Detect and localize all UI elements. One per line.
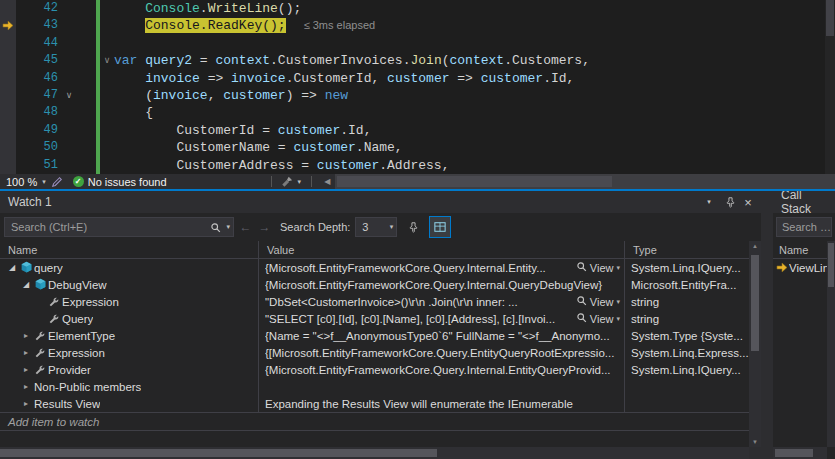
watch-vertical-scrollbar[interactable]: ▲ ▼ [749, 241, 761, 447]
call-stack-horizontal-scrollbar[interactable] [773, 447, 827, 459]
watch-row[interactable]: ▸ElementType{Name = "<>f__AnonymousType0… [0, 327, 761, 344]
scroll-down-arrow-icon[interactable]: ▼ [749, 439, 761, 445]
watch-row[interactable]: Query"SELECT [c0].[Id], [c0].[Name], [c0… [0, 310, 761, 327]
editor-horizontal-scrollbar[interactable] [335, 174, 835, 189]
watch-value-cell: Expanding the Results View will enumerat… [258, 395, 624, 412]
row-expander-icon[interactable]: ▸ [20, 382, 32, 391]
outline-chevron-icon[interactable]: ∨ [100, 52, 114, 69]
format-grid-button[interactable] [429, 216, 451, 238]
zoom-caret-down-icon[interactable]: ▾ [39, 178, 49, 186]
watch-row[interactable]: ▸Provider{Microsoft.EntityFrameworkCore.… [0, 361, 761, 378]
breakpoint-margin[interactable] [0, 122, 16, 139]
code-text[interactable]: CustomerName = customer.Name, [114, 139, 835, 156]
watch-row[interactable]: ◢query{Microsoft.EntityFrameworkCore.Que… [0, 259, 761, 276]
breakpoint-margin[interactable] [0, 104, 16, 121]
breakpoint-margin[interactable] [0, 87, 16, 104]
pin-to-source-button[interactable] [402, 216, 424, 238]
view-link-label: View [590, 296, 614, 308]
code-text[interactable] [114, 35, 835, 52]
zoom-level[interactable]: 100 % [0, 176, 39, 188]
call-stack-vertical-scrollbar[interactable] [827, 241, 835, 447]
call-stack-column-header[interactable]: Name [773, 241, 835, 259]
view-link[interactable]: View▾ [576, 295, 620, 308]
pin-icon[interactable] [721, 193, 739, 211]
code-text[interactable]: Console.WriteLine(); [114, 0, 835, 17]
editor-scrollbar-thumb[interactable] [826, 0, 834, 36]
code-text[interactable]: CustomerId = customer.Id, [114, 122, 835, 139]
watch-horizontal-scrollbar[interactable] [0, 447, 749, 459]
window-position-caret-icon[interactable]: ▾ [697, 193, 721, 211]
code-token: . [200, 1, 208, 16]
code-text[interactable]: Console.ReadKey();≤ 3ms elapsed [114, 17, 835, 34]
view-link[interactable]: View▾ [576, 312, 620, 325]
breakpoint-margin[interactable] [0, 35, 16, 52]
code-text[interactable]: invoice => invoice.CustomerId, customer … [114, 70, 835, 87]
broom-icon[interactable] [279, 176, 295, 188]
row-expander-icon[interactable]: ▸ [20, 399, 32, 408]
code-text[interactable]: var query2 = context.CustomerInvoices.Jo… [114, 52, 835, 69]
watch-name: Expression [48, 347, 105, 359]
call-stack-search-box[interactable] [776, 217, 832, 237]
row-expander-icon[interactable]: ▸ [20, 348, 32, 357]
call-stack-vscroll-thumb[interactable] [828, 243, 834, 287]
column-header-name[interactable]: Name [0, 241, 258, 258]
search-prev-arrow-icon[interactable]: ← [238, 220, 253, 234]
watch-hscroll-thumb[interactable] [0, 449, 437, 457]
search-next-arrow-icon[interactable]: → [257, 220, 272, 234]
panel-splitter[interactable] [761, 191, 773, 459]
watch-row[interactable]: Expression"DbSet<CustomerInvoice>()\r\n … [0, 293, 761, 310]
watch-type-cell: System.Linq.IQuery... [624, 361, 761, 378]
code-token: => [200, 71, 231, 86]
search-depth-select[interactable]: 3 ▾ [355, 217, 397, 237]
breakpoint-margin[interactable] [0, 70, 16, 87]
watch-row[interactable]: ▸Non-Public members [0, 378, 761, 395]
cleanup-caret-down-icon[interactable]: ▾ [295, 178, 305, 186]
add-watch-row[interactable]: Add item to watch [0, 412, 761, 431]
call-stack-hscroll-thumb[interactable] [775, 449, 813, 457]
editor-vertical-scrollbar[interactable] [825, 0, 835, 174]
breakpoint-margin[interactable] [0, 139, 16, 156]
hscroll-thumb[interactable] [337, 176, 612, 187]
breakpoint-margin[interactable] [0, 17, 16, 34]
editor-status-bar: 100 % ▾ ✓ No issues found ▾ ◀ [0, 174, 835, 189]
pen-icon[interactable] [49, 176, 65, 188]
column-header-type[interactable]: Type [624, 241, 761, 258]
call-stack-frame-row[interactable]: ViewLin... [773, 259, 835, 276]
code-editor[interactable]: 42 Console.WriteLine();43 Console.ReadKe… [0, 0, 835, 174]
code-token: { [114, 105, 153, 120]
tool-window-dock: Watch 1 ▾ × ▾ ← → Search Depth: 3 [0, 191, 835, 459]
column-header-value[interactable]: Value [258, 241, 624, 258]
call-stack-title-bar[interactable]: Call Stack [773, 191, 835, 213]
outline-chevron-icon [100, 35, 114, 52]
watch-name: query [34, 262, 63, 274]
code-text[interactable]: { [114, 104, 835, 121]
watch-name-cell: ▸Non-Public members [0, 378, 258, 395]
watch-search-input[interactable] [5, 221, 208, 233]
watch-row[interactable]: ◢DebugView{Microsoft.EntityFrameworkCore… [0, 276, 761, 293]
row-expander-icon[interactable]: ▸ [20, 365, 32, 374]
document-health-indicator[interactable]: ✓ No issues found [73, 176, 167, 188]
watch-vscroll-thumb[interactable] [751, 255, 759, 351]
code-text[interactable]: CustomerAddress = customer.Address, [114, 157, 835, 174]
watch-row[interactable]: ▸Expression{[Microsoft.EntityFrameworkCo… [0, 344, 761, 361]
view-link[interactable]: View▾ [576, 261, 620, 274]
magnifier-icon [576, 295, 587, 308]
hscroll-left-arrow-icon[interactable]: ◀ [319, 177, 335, 186]
watch-title-bar[interactable]: Watch 1 ▾ × [0, 191, 761, 213]
call-stack-search-input[interactable] [777, 221, 831, 233]
row-expander-icon[interactable]: ▸ [20, 331, 32, 340]
row-expander-icon[interactable]: ◢ [6, 263, 18, 272]
watch-search-box[interactable]: ▾ [4, 217, 234, 237]
breakpoint-margin[interactable] [0, 0, 16, 17]
row-expander-icon[interactable]: ◢ [20, 280, 32, 289]
gutter-chevron-icon[interactable]: ∨ [62, 87, 76, 104]
code-text[interactable]: (invoice, customer) => new [114, 87, 835, 104]
search-caret-down-icon[interactable]: ▾ [223, 223, 233, 231]
breakpoint-margin[interactable] [0, 157, 16, 174]
watch-row[interactable]: ▸Results ViewExpanding the Results View … [0, 395, 761, 412]
breakpoint-margin[interactable] [0, 52, 16, 69]
close-icon[interactable]: × [739, 193, 757, 211]
scroll-up-arrow-icon[interactable]: ▲ [749, 243, 761, 249]
code-token: invoice [153, 88, 208, 103]
code-token: new [325, 88, 348, 103]
